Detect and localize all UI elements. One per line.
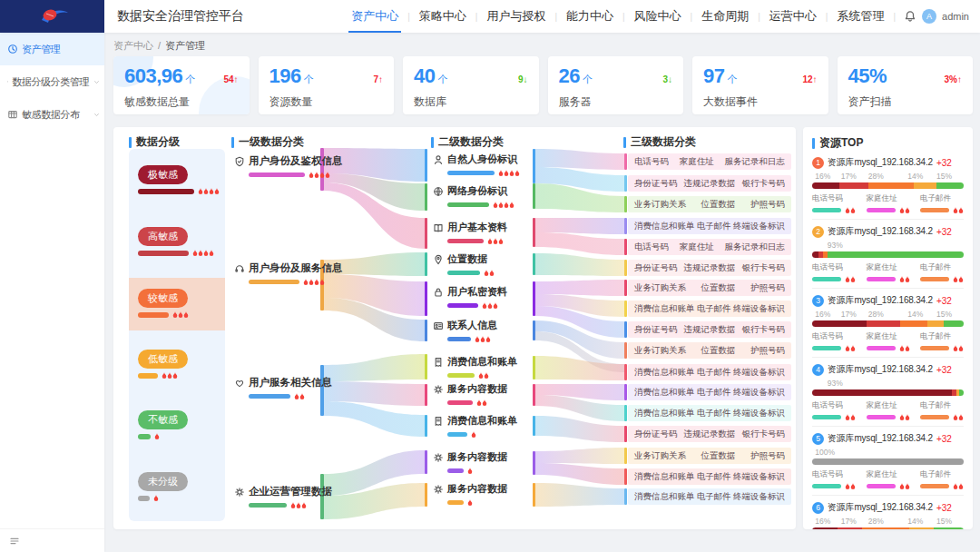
stat-card: 196个7↑资源数量 xyxy=(259,56,395,114)
nav-item[interactable]: 用户与授权 xyxy=(484,0,548,33)
level-pill[interactable]: 高敏感 xyxy=(138,227,188,246)
level1-category[interactable]: 用户身份及服务信息 xyxy=(234,261,343,286)
data-tag: 终端设备标识 xyxy=(733,408,785,419)
level1-category[interactable]: 用户身份及鉴权信息 xyxy=(234,154,343,179)
segment-percent: 28% xyxy=(868,310,884,319)
level-bar xyxy=(138,251,189,256)
level2-category[interactable]: 用户基本资料 xyxy=(433,221,507,245)
level2-category[interactable]: 服务内容数据 xyxy=(433,450,507,475)
bar-segment xyxy=(812,251,818,258)
level-pill[interactable]: 不敏感 xyxy=(138,410,188,429)
resource-item[interactable]: 1资源库mysql_192.168.34.2+32 16%17%28%14%15… xyxy=(812,151,964,219)
segment-percent: 15% xyxy=(936,310,952,319)
level2-category[interactable]: 自然人身份标识 xyxy=(433,153,520,177)
resource-item[interactable]: 3资源库mysql_192.168.34.2+32 16%17%28%14%15… xyxy=(812,288,964,357)
mini-stat-label: 电子邮件 xyxy=(920,193,964,204)
level2-category[interactable]: 位置数据 xyxy=(433,252,495,277)
breadcrumb-current: 资产管理 xyxy=(165,39,205,53)
level1-category[interactable]: 用户服务相关信息 xyxy=(234,376,332,400)
flame-icons xyxy=(493,201,514,209)
mini-stat-label: 家庭住址 xyxy=(867,469,910,480)
mini-stat-label: 家庭住址 xyxy=(867,400,910,411)
resource-name: 资源库mysql_192.168.34.2 xyxy=(828,225,933,238)
nav-divider: | xyxy=(548,12,564,22)
data-tag: 消费信息和账单 xyxy=(634,303,695,315)
mini-stat-label: 家庭住址 xyxy=(867,331,910,342)
resource-item[interactable]: 4资源库mysql_192.168.34.2+32 93% 电话号码家庭住址电子… xyxy=(812,357,964,426)
level2-category[interactable]: 网络身份标识 xyxy=(433,184,514,209)
level-pill[interactable]: 极敏感 xyxy=(138,165,188,184)
segment-percent: 17% xyxy=(841,517,857,526)
level2-category[interactable]: 消费信息和账单 xyxy=(433,414,517,439)
flame-icons xyxy=(476,399,487,407)
flame-icons xyxy=(899,344,910,352)
breadcrumb-section[interactable]: 资产中心 xyxy=(113,39,153,53)
nav-item[interactable]: 资产中心 xyxy=(348,0,401,33)
stat-delta: 12↑ xyxy=(802,74,817,84)
resource-name: 资源库mysql_192.168.34.2 xyxy=(828,363,933,376)
sidebar-item[interactable]: 资产管理 xyxy=(0,33,104,65)
resource-item[interactable]: 2资源库mysql_192.168.34.2+32 93% 电话号码家庭住址电子… xyxy=(812,219,964,288)
resource-delta: +32 xyxy=(936,296,952,306)
data-tag: 违规记录数据 xyxy=(684,262,736,274)
segment-percent: 93% xyxy=(828,241,843,250)
compass-icon xyxy=(7,44,18,54)
sensitivity-level[interactable]: 高敏感 xyxy=(138,227,214,257)
level2-category[interactable]: 用户私密资料 xyxy=(433,285,507,310)
rank-badge: 2 xyxy=(812,226,824,238)
data-tag: 位置数据 xyxy=(701,199,736,211)
nav-item[interactable]: 运营中心 xyxy=(767,0,819,33)
sensitivity-level[interactable]: 未分级 xyxy=(138,472,188,502)
nav-item[interactable]: 系统管理 xyxy=(834,0,887,33)
level3-tag-row: 身份证号码违规记录数据银行卡号码 xyxy=(624,426,791,442)
data-tag: 电子邮件 xyxy=(697,408,731,419)
flame-icons xyxy=(467,467,473,475)
mini-stat: 电子邮件 xyxy=(920,400,964,421)
sensitivity-level[interactable]: 不敏感 xyxy=(138,410,188,440)
level2-category[interactable]: 服务内容数据 xyxy=(433,382,507,407)
data-tag: 终端设备标识 xyxy=(733,387,785,399)
level1-category[interactable]: 企业运营管理数据 xyxy=(234,485,332,509)
sensitivity-level[interactable]: 低敏感 xyxy=(138,350,188,380)
sidebar-collapse-button[interactable] xyxy=(0,528,104,552)
username[interactable]: admin xyxy=(942,11,969,22)
category-bar xyxy=(249,394,290,399)
sensitivity-level[interactable]: 较敏感 xyxy=(138,289,189,319)
resource-item[interactable]: 6资源库mysql_192.168.34.2+32 16%17%28%14%15… xyxy=(812,495,964,529)
column-header: 二级数据分类 xyxy=(431,134,504,150)
level2-category[interactable]: 消费信息和账单 xyxy=(433,355,517,380)
data-tag: 家庭住址 xyxy=(680,156,714,168)
level3-tag-row: 业务订购关系位置数据护照号码 xyxy=(624,196,791,212)
category-label: 联系人信息 xyxy=(447,319,497,332)
mini-stat-label: 电话号码 xyxy=(812,469,856,480)
chev-icon xyxy=(93,78,101,86)
data-tag: 终端设备标识 xyxy=(733,471,785,483)
level2-category[interactable]: 服务内容数据 xyxy=(433,482,507,507)
sensitivity-level[interactable]: 极敏感 xyxy=(138,165,220,195)
nav-item[interactable]: 生命周期 xyxy=(699,0,751,33)
category-label: 企业运营管理数据 xyxy=(249,485,332,498)
level-pill[interactable]: 低敏感 xyxy=(138,350,188,369)
mini-stat: 电话号码 xyxy=(812,262,856,283)
nav-item[interactable]: 策略中心 xyxy=(416,0,469,33)
avatar[interactable]: A xyxy=(922,9,936,24)
nav-item[interactable]: 能力中心 xyxy=(564,0,616,33)
stat-card: 26个3↓服务器 xyxy=(548,56,684,114)
stat-unit: 个 xyxy=(437,73,447,86)
bar-segment xyxy=(862,527,909,529)
resource-item[interactable]: 5资源库mysql_192.168.34.2+32 100% 电话号码家庭住址电… xyxy=(812,426,964,495)
category-bar xyxy=(249,172,305,177)
level2-category[interactable]: 联系人信息 xyxy=(433,319,497,343)
mini-stat-bar xyxy=(867,277,896,281)
sidebar-item[interactable]: 数据分级分类管理 xyxy=(0,65,104,98)
nav-item[interactable]: 风险中心 xyxy=(632,0,684,33)
column-header: 一级数据分类 xyxy=(231,134,304,150)
flame-icons xyxy=(467,498,473,507)
notification-bell-icon[interactable] xyxy=(904,10,916,23)
level-pill[interactable]: 较敏感 xyxy=(138,289,188,308)
level-pill[interactable]: 未分级 xyxy=(138,472,188,491)
category-bar xyxy=(447,171,495,175)
gear-icon xyxy=(433,452,444,463)
level3-tag-row: 消费信息和账单电子邮件终端设备标识 xyxy=(624,364,791,380)
sidebar-item[interactable]: 敏感数据分布 xyxy=(0,98,104,131)
